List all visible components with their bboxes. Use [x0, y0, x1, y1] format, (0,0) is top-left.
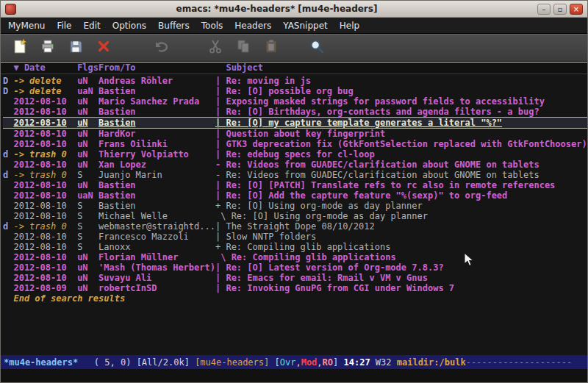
column-header-subject[interactable]: Subject	[226, 62, 587, 74]
message-row[interactable]: 2012-08-10SLanoxx+ Re: Compiling glib ap…	[3, 242, 587, 252]
message-row[interactable]: 2012-08-10SFrancesco Mazzoli| Slow NNTP …	[3, 232, 587, 242]
message-row[interactable]: 2012-08-10SMichael Welle \ Re: [O] Using…	[3, 211, 587, 221]
save-icon	[68, 38, 84, 57]
message-row[interactable]: 2012-08-10uNHardKor| Question about key …	[3, 129, 587, 139]
modeline-query-count: [All/2.0k]	[137, 356, 195, 369]
modeline-time: 14:27	[343, 356, 370, 369]
end-of-results-label: End of search results	[3, 293, 587, 304]
message-row[interactable]: 2012-08-09uNrobertcInSD| Re: Invoking Gn…	[3, 283, 587, 293]
message-subject: Re: [O] Using org-mode as day planner	[226, 201, 587, 211]
message-row[interactable]: 2012-08-10uNFrans Oilinki| GTK3 deprecat…	[3, 139, 587, 149]
message-subject: Re: edebug specs for cl-loop	[226, 149, 587, 160]
modeline-flag-ro: RO	[323, 356, 333, 369]
modeline[interactable]: *mu4e-headers* ( 5, 0) [All/2.0k] [mu4e-…	[1, 355, 587, 369]
menu-item-file[interactable]: File	[51, 18, 77, 33]
column-header-flags[interactable]: Flgs	[77, 62, 98, 74]
print-button[interactable]	[37, 37, 57, 58]
menu-item-tools[interactable]: Tools	[196, 18, 229, 33]
modeline-flags-open: [	[269, 356, 279, 369]
column-header-from[interactable]: From/To	[98, 62, 215, 74]
thread-separator: |	[215, 139, 226, 149]
message-row[interactable]: D-> deleteuNAndreas Röhler| Re: moving i…	[3, 76, 587, 86]
message-row[interactable]: d-> trash 0uNThierry Volpiatto| Re: edeb…	[3, 149, 587, 160]
message-flags: S	[77, 242, 98, 252]
message-row[interactable]: d-> trash 0SJuanjo Marin- Re: Videos fro…	[3, 170, 587, 180]
message-row[interactable]: 2012-08-10uNBastien| Re: [O] Birthdays, …	[3, 107, 587, 117]
maximize-button[interactable]: ▫	[553, 4, 567, 15]
message-from: Bastien	[98, 118, 215, 128]
menu-item-headers[interactable]: Headers	[229, 18, 277, 33]
column-header-date[interactable]: ▼ Date	[13, 62, 77, 74]
message-subject: Re: moving in js	[226, 76, 587, 86]
message-flags: S	[77, 170, 98, 180]
message-date: 2012-08-10	[13, 190, 77, 201]
close-button[interactable]: ×	[570, 4, 583, 15]
menu-item-options[interactable]: Options	[107, 18, 152, 33]
message-flags: uaN	[77, 190, 98, 201]
toolbar	[1, 34, 587, 62]
message-from: robertcInSD	[98, 283, 215, 293]
message-row[interactable]: 2012-08-10uNFlorian Müllner \ Re: Compil…	[3, 252, 587, 262]
new-file-icon	[12, 38, 28, 57]
app-icon[interactable]	[5, 4, 16, 15]
message-from: 'Mash (Thomas Herbert)	[98, 262, 215, 273]
message-date: 2012-08-10	[13, 252, 77, 262]
menu-item-mymenu[interactable]: MyMenu	[2, 18, 51, 33]
search-button[interactable]	[306, 37, 326, 58]
message-list[interactable]: D-> deleteuNAndreas Röhler| Re: moving i…	[1, 74, 587, 355]
thread-separator: |	[215, 221, 226, 232]
echo-area[interactable]	[1, 369, 587, 382]
message-row[interactable]: 2012-08-10uNMario Sanchez Prada| Exposin…	[3, 96, 587, 107]
message-row[interactable]: d-> trash 0Swebmaster@straightd...| The …	[3, 221, 587, 232]
message-row[interactable]: D-> deleteuaNBastien| Re: [O] possible o…	[3, 86, 587, 96]
message-mark: D	[3, 86, 13, 96]
minimize-button[interactable]: –	[537, 4, 551, 15]
modeline-filler: --------------------	[466, 356, 573, 369]
message-mark	[3, 242, 13, 252]
message-flags: S	[77, 211, 98, 221]
message-from: Thierry Volpiatto	[98, 149, 215, 160]
message-from: Bastien	[98, 86, 215, 96]
thread-separator: |	[215, 107, 226, 117]
window-controls: –▫×	[537, 4, 583, 15]
thread-separator: \	[215, 252, 232, 262]
message-row[interactable]: 2012-08-10uN'Mash (Thomas Herbert)| Re: …	[3, 262, 587, 273]
menu-item-yasnippet[interactable]: YASnippet	[277, 18, 334, 33]
message-flags: uN	[77, 252, 98, 262]
message-flags: S	[77, 221, 98, 232]
message-flags: uN	[77, 273, 98, 283]
message-row[interactable]: 2012-08-10uNXan Lopez- Re: Videos from G…	[3, 160, 587, 170]
message-row[interactable]: 2012-08-10uNBastien| Re: [O] [PATCH] Tra…	[3, 180, 587, 190]
menu-item-buffers[interactable]: Buffers	[152, 18, 196, 33]
message-subject: Re: Invoking GnuPG from CGI under Window…	[226, 283, 587, 293]
titlebar[interactable]: emacs: *mu4e-headers* [mu4e-headers] –▫×	[1, 1, 587, 18]
menu-item-edit[interactable]: Edit	[78, 18, 107, 33]
message-from: Andreas Röhler	[98, 76, 215, 86]
message-subject: GTK3 deprecation fix (GtkFontSelection r…	[226, 139, 587, 149]
window-title: emacs: *mu4e-headers* [mu4e-headers]	[21, 4, 533, 14]
modeline-buffer-name: *mu4e-headers*	[4, 356, 78, 369]
message-subject: Re: Videos from GUADEC/clarification abo…	[226, 170, 587, 180]
message-from: Lanoxx	[98, 242, 215, 252]
message-mark	[3, 283, 13, 293]
menu-item-help[interactable]: Help	[334, 18, 365, 33]
thread-separator: |	[215, 180, 226, 190]
close-button[interactable]	[93, 37, 113, 58]
message-row[interactable]: 2012-08-10uaNBastien| Re: [O] Add the ca…	[3, 190, 587, 201]
thread-separator: |	[215, 232, 226, 242]
message-mark	[3, 262, 13, 273]
message-flags: uN	[77, 107, 98, 117]
save-button[interactable]	[65, 37, 85, 58]
modeline-comma1: ,	[295, 356, 301, 369]
mouse-cursor	[464, 252, 476, 268]
message-row[interactable]: 2012-08-10uNBastien| Re: [O] my capture …	[3, 117, 587, 129]
message-subject: Re: Videos from GUADEC/clarification abo…	[226, 160, 587, 170]
message-row[interactable]: 2012-08-10uNSuvayu Ali| Re: Emacs for em…	[3, 273, 587, 283]
message-row[interactable]: 2012-08-10SBastien+ Re: [O] Using org-mo…	[3, 201, 587, 211]
message-mark	[3, 180, 13, 190]
new-file-button[interactable]	[10, 37, 29, 58]
message-from: Francesco Mazzoli	[98, 232, 215, 242]
message-date: 2012-08-10	[13, 160, 77, 170]
message-from: Mario Sanchez Prada	[98, 96, 215, 107]
search-icon	[309, 38, 325, 57]
